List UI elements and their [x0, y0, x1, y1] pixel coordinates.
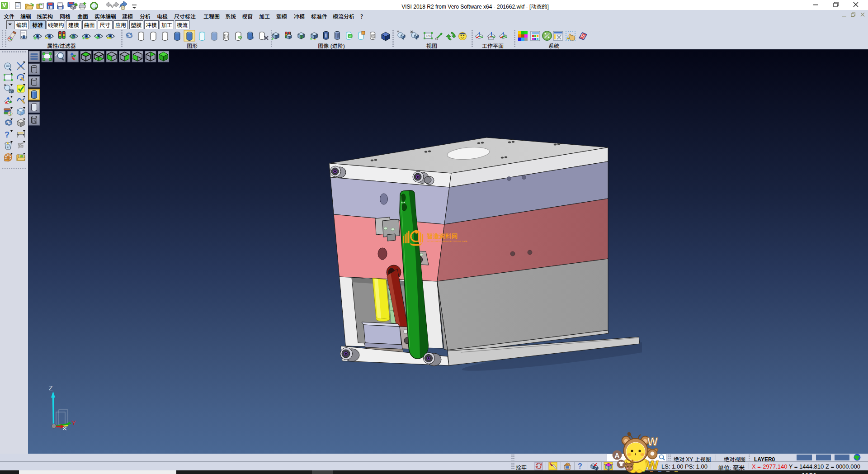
- svg-text:Y: Y: [71, 419, 76, 427]
- svg-text:INTELLIGENT MANUFACTURING DATA: INTELLIGENT MANUFACTURING DATA: [427, 240, 467, 242]
- svg-text:1:1: 1:1: [426, 34, 431, 38]
- svg-text:W: W: [646, 458, 659, 472]
- svg-text:?: ?: [5, 130, 9, 139]
- svg-text:A: A: [615, 451, 620, 459]
- svg-text:Z: Z: [49, 384, 53, 392]
- svg-text:W: W: [647, 436, 658, 448]
- svg-text:?: ?: [578, 462, 582, 470]
- svg-text:智造资料网: 智造资料网: [427, 231, 458, 240]
